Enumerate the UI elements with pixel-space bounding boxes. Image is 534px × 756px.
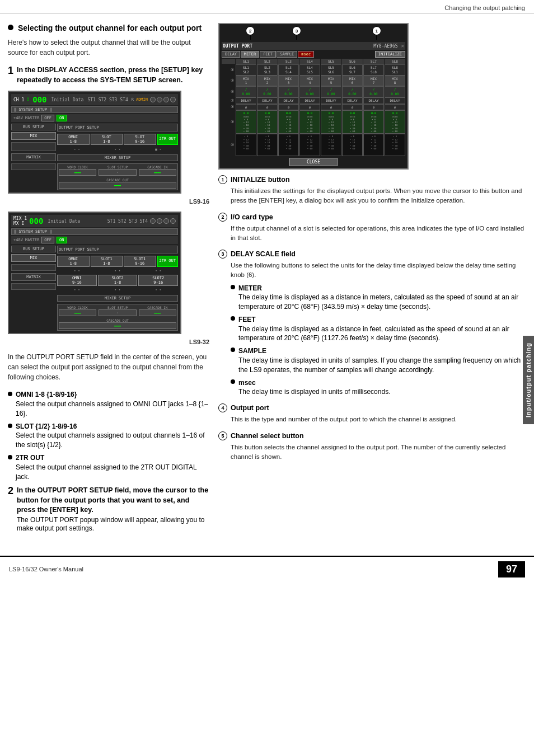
step-1-text: In the DISPLAY ACCESS section, press the…: [17, 65, 209, 85]
cs-omni-btn[interactable]: OMNI1-8: [57, 134, 90, 145]
popup-col-headers: SL1 SL2 SL3 SL4 SL5 SL6 SL7 SL8: [222, 59, 405, 64]
cs-48v-row: +48V MASTER OFF ON: [11, 114, 178, 122]
cs-cascade-out: CASCADE OUT ▬▬▬▬: [59, 178, 176, 189]
popup-dlabel-6: DELAY: [342, 97, 363, 104]
popup-mix-5[interactable]: MIX5: [321, 76, 341, 87]
popup-port-label: OUTPUT PORT: [223, 44, 372, 49]
cs-on-btn-2[interactable]: ON: [57, 237, 67, 243]
popup-scale-2: • 6• 12• 18• 30• 60: [257, 134, 278, 156]
popup-fader-4: 0.0 OVEN • 6• 12• 18• 30• 60: [299, 110, 320, 134]
popup-dlabel-4: DELAY: [299, 97, 320, 104]
popup-x-btn[interactable]: ✕: [401, 43, 404, 49]
cs-dots-row-2b: • • • • • •: [57, 288, 178, 292]
cs-48v-text-2: +48V MASTER: [13, 238, 39, 242]
cs-dots-row: • • • • ■ •: [57, 147, 178, 151]
popup-tab-feet[interactable]: FEET: [260, 51, 276, 58]
cs-48v-text: +48V MASTER: [13, 116, 39, 120]
section-title: Selecting the output channel for each ou…: [18, 23, 202, 33]
popup-row-10-label: ⑩: [222, 134, 235, 156]
popup-tab-meter[interactable]: METER: [241, 51, 259, 58]
annotation-4-title: 4 Output port: [218, 403, 526, 412]
cs-circle-2-2: [157, 218, 162, 224]
step-2: 2 In the OUTPUT PORT SETUP field, move t…: [8, 486, 209, 532]
popup-row-9-label: ⑨: [222, 110, 235, 134]
popup-tab-msec[interactable]: msec: [298, 51, 314, 58]
popup-init-btn[interactable]: INITIALIZE: [375, 51, 405, 58]
popup-delay-3: /0.00: [278, 86, 299, 97]
bullet-omni-icon: [8, 392, 12, 396]
popup-mix-4[interactable]: MIX4: [299, 76, 320, 87]
cs-mix-btn[interactable]: MIX: [11, 132, 56, 140]
cs-slot1-18-btn[interactable]: SLOT11-8: [91, 256, 123, 267]
sub-bullet-msec-body: The delay time is displayed in units of …: [238, 388, 390, 396]
annotation-5-title: 5 Channel select button: [218, 431, 526, 440]
cs-mix-btn-2[interactable]: MIX: [11, 254, 56, 262]
circled-3: 3: [218, 250, 227, 259]
popup-col-sl2: SL2: [257, 59, 278, 64]
cs-slot2-18-btn[interactable]: SLOT21-8: [98, 275, 138, 286]
cs-omni-916-btn[interactable]: OMNI9-16: [57, 275, 97, 286]
cs-dot-s2: ■ •: [138, 147, 178, 151]
popup-scale-5: • 6• 12• 18• 30• 60: [321, 134, 341, 156]
popup-row-4-label: ④: [222, 64, 235, 76]
cs-circles-2: [150, 218, 176, 224]
popup-mix-2[interactable]: MIX2: [257, 76, 278, 87]
popup-mix-8[interactable]: MIX8: [385, 76, 405, 87]
cs-right-section-2: OUTPUT PORT SETUP OMNI1-8 SLOT11-8 SLOT1…: [57, 246, 178, 331]
popup-delay-8: /0.00: [385, 86, 405, 97]
popup-col-sl1: SL1: [236, 59, 256, 64]
popup-mix-7[interactable]: MIX7: [363, 76, 384, 87]
cs-init-2: Initial Data: [48, 219, 80, 224]
cs-on-btn[interactable]: ON: [57, 115, 67, 121]
cs-output-setup: OUTPUT PORT SETUP: [57, 124, 178, 132]
circled-1-top: 1: [372, 26, 381, 35]
cs-2tr-btn-2[interactable]: 2TR OUT: [157, 256, 179, 267]
cs-matrix-btn-2[interactable]: MATRIX: [11, 273, 56, 281]
sub-bullet-msec-label: msec: [238, 379, 256, 387]
cs-mix-grid: [11, 142, 56, 151]
popup-cell-4-2: SL2SL3: [257, 64, 278, 76]
cs-slot1-916-btn[interactable]: SLOT19-16: [124, 256, 156, 267]
bullet-omni: OMNI 1-8 {1-8/9-16} Select the output ch…: [8, 390, 209, 418]
popup-dlabel-8: DELAY: [385, 97, 405, 104]
cs-setup-label-2: ‖ SYSTEM SETUP ‖: [11, 228, 178, 235]
annotation-5: 5 Channel select button This button sele…: [218, 431, 526, 462]
bullet-slot-content: SLOT {1/2} 1-8/9-16 Select the output ch…: [16, 422, 209, 450]
cs-ch-label-2: MIX 1MX I: [13, 216, 27, 226]
cs-2tr-btn[interactable]: 2TR OUT: [157, 134, 179, 145]
cs-off-btn[interactable]: OFF: [41, 115, 54, 121]
cs-slot2-916-btn[interactable]: SLOT29-16: [138, 275, 178, 286]
left-column: Selecting the output channel for each ou…: [8, 23, 209, 538]
bullet-2tr-content: 2TR OUT Select the output channel assign…: [16, 453, 209, 481]
cs-mix-grid-2: [11, 264, 56, 271]
cs-sections-2: BUS SETUP MIX MATRIX OUTPUT PORT SETUP O…: [11, 246, 178, 331]
cs-slot916-btn[interactable]: SLOT9-16: [124, 134, 156, 145]
popup-tab-sample[interactable]: SAMPLE: [277, 51, 297, 58]
cs-circle-1: [150, 97, 156, 102]
sub-bullet-sample-label: SAMPLE: [238, 347, 266, 355]
popup-close-btn[interactable]: CLOSE: [289, 158, 338, 166]
popup-mix-1[interactable]: MIX1: [236, 76, 256, 87]
popup-row-8: ⑧ ⌀ ⌀ ⌀ ⌀ ⌀ ⌀ ⌀ ⌀: [222, 104, 405, 111]
cs-st: ST1 ST2 ST3 ST4: [87, 97, 128, 102]
popup-phase-1: ⌀: [236, 104, 256, 111]
right-column: 2 3 1 OUTPUT PORT MY8-AE96S ✕: [218, 23, 526, 538]
step-2-subtext: The OUTPUT PORT popup window will appear…: [17, 516, 205, 532]
popup-mix-6[interactable]: MIX6: [342, 76, 363, 87]
cs-matrix-btn[interactable]: MATRIX: [11, 153, 56, 161]
cs-cascade-in: CASCADE IN ▬▬▬▬: [139, 165, 176, 176]
popup-cell-4-3: SL3SL4: [278, 64, 299, 76]
cs-off-btn-2[interactable]: OFF: [41, 237, 54, 243]
popup-mix-3[interactable]: MIX3: [278, 76, 299, 87]
popup-tab-delay[interactable]: DELAY: [222, 51, 240, 58]
annotation-4-label: Output port: [231, 404, 269, 412]
popup-scale-6: • 6• 12• 18• 30• 60: [342, 134, 363, 156]
popup-row-7: ⑦ DELAY DELAY DELAY DELAY DELAY DELAY DE…: [222, 97, 405, 104]
cs-slot18-btn[interactable]: SLOT1-8: [91, 134, 123, 145]
popup-row-5-label: ⑤: [222, 76, 235, 87]
cs-mixer-setup-row-2: WORD CLOCK ▬▬▬▬ SLOT SETUP •: [57, 304, 178, 331]
popup-delay-2: /0.00: [257, 86, 278, 97]
bullet-slot-icon: [8, 424, 12, 428]
cs-omni-btn-2[interactable]: OMNI1-8: [57, 256, 90, 267]
popup-row-spacer: [222, 59, 235, 64]
